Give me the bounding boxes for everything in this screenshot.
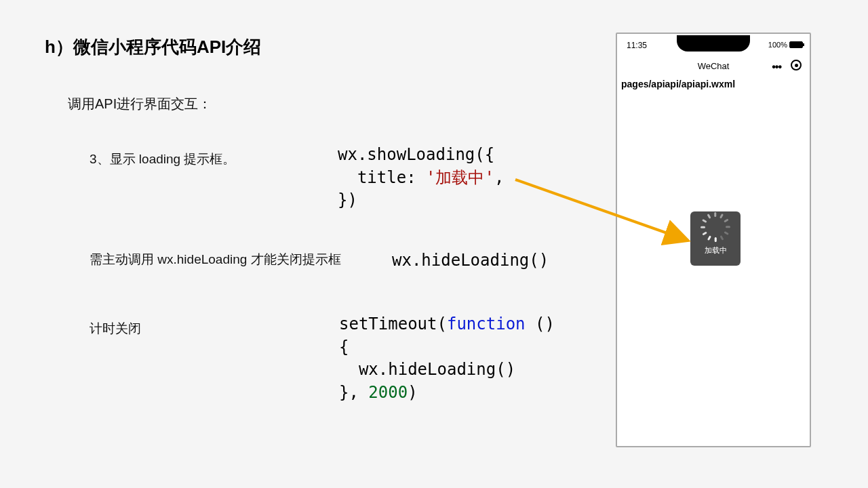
status-time: 11:35 xyxy=(627,41,647,50)
code-settimeout: setTimeout(function () { wx.hideLoading(… xyxy=(339,313,555,404)
bullet-timeout: 计时关闭 xyxy=(90,320,141,338)
code-show-loading: wx.showLoading({ title: '加载中', }) xyxy=(338,144,504,212)
spinner-icon xyxy=(707,222,724,240)
bullet-hide-loading: 需主动调用 wx.hideLoading 才能关闭提示框 xyxy=(90,251,341,268)
target-icon[interactable] xyxy=(791,60,802,70)
phone-notch xyxy=(677,35,750,52)
slide-title: h）微信小程序代码API介绍 xyxy=(45,35,261,59)
bullet-show-loading: 3、显示 loading 提示框。 xyxy=(90,150,235,168)
slide-subtitle: 调用API进行界面交互： xyxy=(68,95,212,113)
code-hide-loading: wx.hideLoading() xyxy=(392,249,549,272)
status-battery: 100% xyxy=(768,41,803,49)
phone-preview: 11:35 100% WeChat ••• pages/apiapi/apiap… xyxy=(616,33,811,447)
battery-icon xyxy=(789,41,803,48)
toast-text: 加载中 xyxy=(705,245,727,256)
menu-icon[interactable]: ••• xyxy=(772,61,781,73)
loading-toast: 加载中 xyxy=(690,211,741,266)
page-path: pages/apiapi/apiapi.wxml xyxy=(621,79,735,89)
